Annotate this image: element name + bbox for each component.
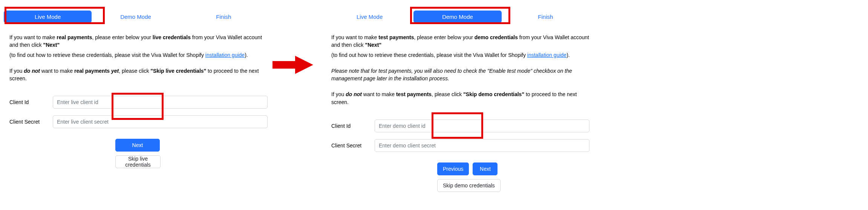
instruction-text-1: If you want to make test payments, pleas… [331, 34, 589, 49]
next-button[interactable]: Next [473, 162, 498, 175]
client-secret-label: Client Secret [331, 143, 375, 149]
arrow-icon [272, 54, 313, 75]
instruction-text-2: (to find out how to retrieve these crede… [331, 51, 589, 59]
tabs-row: Live Mode Demo Mode Finish [4, 11, 268, 23]
svg-marker-0 [272, 56, 313, 74]
installation-guide-link[interactable]: installation guide [527, 52, 566, 58]
tab-demo-mode[interactable]: Demo Mode [413, 11, 501, 23]
installation-guide-link[interactable]: installation guide [205, 52, 245, 58]
client-secret-input[interactable] [53, 115, 268, 128]
next-button[interactable]: Next [115, 139, 160, 152]
client-secret-input[interactable] [375, 139, 589, 152]
instruction-text-1: If you want to make real payments, pleas… [9, 34, 268, 49]
tab-finish[interactable]: Finish [180, 11, 268, 23]
client-id-input[interactable] [53, 96, 268, 109]
instruction-text-2: (to find out how to retrieve these crede… [9, 51, 268, 59]
client-secret-label: Client Secret [9, 119, 53, 125]
tab-live-mode[interactable]: Live Mode [326, 11, 413, 23]
skip-demo-credentials-button[interactable]: Skip demo credentials [437, 179, 501, 192]
instruction-text-3: If you do not want to make test payments… [331, 90, 589, 106]
tab-live-mode[interactable]: Live Mode [4, 11, 92, 23]
previous-button[interactable]: Previous [437, 162, 469, 175]
tabs-row: Live Mode Demo Mode Finish [326, 11, 589, 23]
tab-finish[interactable]: Finish [502, 11, 589, 23]
demo-mode-panel: Live Mode Demo Mode Finish If you want t… [326, 0, 589, 192]
client-id-label: Client Id [9, 99, 53, 105]
client-id-input[interactable] [375, 120, 589, 132]
client-id-label: Client Id [331, 123, 375, 129]
instruction-text-3: If you do not want to make real payments… [9, 67, 268, 83]
live-mode-panel: Live Mode Demo Mode Finish If you want t… [4, 0, 268, 168]
tab-demo-mode[interactable]: Demo Mode [92, 11, 179, 23]
skip-live-credentials-button[interactable]: Skip live credentials [115, 155, 161, 168]
instruction-note: Please note that for test payments, you … [331, 67, 589, 83]
